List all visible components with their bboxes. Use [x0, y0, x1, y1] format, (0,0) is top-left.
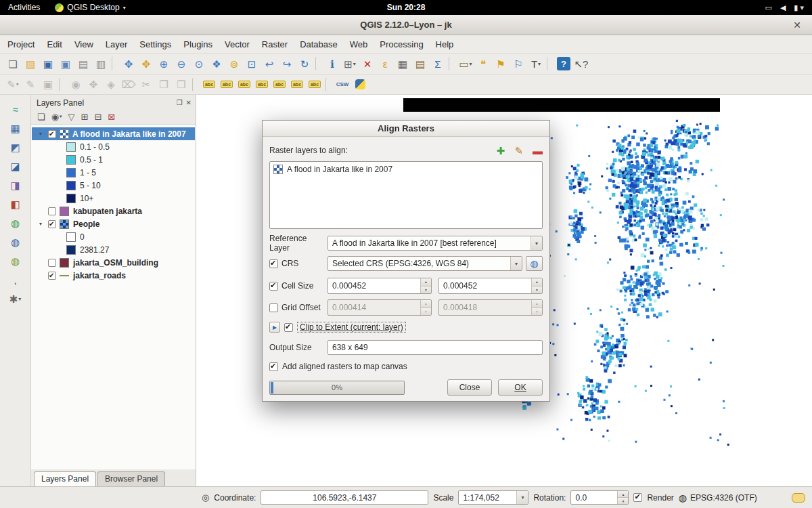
- layer-row[interactable]: ▾ A flood in Jakarta like in 2007: [32, 127, 195, 140]
- delete-selected-button[interactable]: ⌦ ▾: [120, 77, 137, 93]
- layer-row[interactable]: ▾ 10+: [32, 192, 195, 205]
- chevron-down-icon[interactable]: ▾: [510, 257, 522, 270]
- zoom-in-button[interactable]: ⊕ ▾: [155, 56, 173, 72]
- layer-visibility-checkbox[interactable]: [48, 272, 56, 280]
- add-feature-button[interactable]: ◉ ▾: [67, 77, 85, 93]
- close-button[interactable]: Close: [447, 379, 492, 396]
- toolbar-button[interactable]: ▾: [59, 78, 65, 91]
- menu-item[interactable]: Raster: [256, 37, 294, 51]
- crs-select[interactable]: Selected CRS (EPSG:4326, WGS 84) ▾: [328, 256, 522, 271]
- layer-visibility-checkbox[interactable]: [48, 207, 56, 215]
- app-menu-button[interactable]: QGIS Desktop ▾: [48, 3, 132, 12]
- layer-labeling-button[interactable]: abc ▾: [200, 77, 218, 93]
- clip-extent-label[interactable]: Clip to Extent (current: layer): [297, 322, 406, 333]
- label-add-button[interactable]: abc ▾: [218, 77, 235, 93]
- spinner-arrows[interactable]: ▲▼: [420, 278, 431, 293]
- close-panel-icon[interactable]: ✕: [186, 99, 191, 106]
- spinner-arrows[interactable]: ▲▼: [617, 491, 628, 504]
- add-oracle-layer-button[interactable]: ◧ ▾: [7, 196, 24, 211]
- save-project-as-button[interactable]: ▣ ▾: [57, 56, 74, 72]
- help-button[interactable]: ? ▾: [557, 57, 570, 70]
- add-raster-icon[interactable]: ✚: [497, 146, 505, 156]
- add-mssql-layer-button[interactable]: ◨ ▾: [7, 177, 24, 192]
- raster-layers-list[interactable]: A flood in Jakarta like in 2007: [269, 161, 543, 229]
- remove-raster-icon[interactable]: ▬: [533, 146, 543, 156]
- filter-legend-icon[interactable]: ▽ ▾: [68, 112, 75, 122]
- add-wcs-layer-button[interactable]: ◍ ▾: [7, 234, 24, 249]
- layer-visibility-checkbox[interactable]: [48, 259, 56, 267]
- crs-status-button[interactable]: ◍ EPSG:4326 (OTF): [679, 493, 757, 503]
- layer-visibility-checkbox[interactable]: [48, 130, 56, 138]
- save-layer-edits-button[interactable]: ▣ ▾: [39, 77, 57, 93]
- menu-item[interactable]: Database: [294, 37, 344, 51]
- raster-list-item[interactable]: A flood in Jakarta like in 2007: [270, 162, 542, 177]
- volume-icon[interactable]: ◀: [780, 3, 786, 12]
- menu-item[interactable]: Web: [344, 37, 374, 51]
- python-console-button[interactable]: ▾: [351, 77, 369, 93]
- zoom-next-button[interactable]: ↪ ▾: [278, 56, 296, 72]
- layer-row[interactable]: ▾ 1 - 5: [32, 166, 195, 179]
- menu-item[interactable]: Processing: [374, 37, 429, 51]
- collapse-all-icon[interactable]: ⊟ ▾: [94, 112, 102, 122]
- toolbar-button[interactable]: ▾: [112, 57, 118, 70]
- composer-manager-button[interactable]: ▥ ▾: [92, 56, 110, 72]
- label-move-button[interactable]: abc ▾: [235, 77, 253, 93]
- label-properties-button[interactable]: abc ▾: [306, 77, 323, 93]
- add-wfs-layer-button[interactable]: ◍ ▾: [7, 253, 24, 268]
- menu-item[interactable]: Edit: [41, 37, 68, 51]
- toolbar-button[interactable]: ▾: [315, 57, 321, 70]
- cut-features-button[interactable]: ✂ ▾: [137, 77, 155, 93]
- render-checkbox[interactable]: [633, 493, 642, 502]
- layer-row[interactable]: ▾ 0: [32, 230, 195, 243]
- grid-offset-checkbox[interactable]: [269, 303, 278, 312]
- undock-panel-icon[interactable]: ❐: [177, 99, 183, 106]
- zoom-to-selection-button[interactable]: ⊚ ▾: [225, 56, 243, 72]
- crs-picker-button[interactable]: ◍: [526, 256, 543, 271]
- add-delimited-text-layer-button[interactable]: , ▾: [7, 272, 24, 287]
- new-layer-button[interactable]: ✱ ▾: [7, 291, 24, 306]
- menu-item[interactable]: Settings: [133, 37, 177, 51]
- layer-row[interactable]: ▾ 2381.27: [32, 243, 195, 256]
- spinner-arrows[interactable]: ▲▼: [531, 278, 542, 293]
- whats-this-button[interactable]: ↖? ▾: [572, 56, 590, 72]
- layer-row[interactable]: ▾ jakarta_OSM_building: [32, 256, 195, 269]
- add-raster-layer-button[interactable]: ▦ ▾: [7, 121, 24, 135]
- layer-row[interactable]: ▾ 5 - 10: [32, 179, 195, 192]
- node-tool-button[interactable]: ◈ ▾: [102, 77, 120, 93]
- open-project-button[interactable]: ▨ ▾: [22, 56, 39, 72]
- current-edits-button[interactable]: ✎ ▾: [4, 77, 22, 93]
- label-rotate-button[interactable]: abc ▾: [253, 77, 271, 93]
- label-pin-button[interactable]: abc ▾: [271, 77, 288, 93]
- add-vector-layer-button[interactable]: ≈ ▾: [7, 102, 24, 117]
- toolbar-button[interactable]: ▾: [449, 57, 455, 70]
- new-project-button[interactable]: ❏ ▾: [4, 56, 22, 72]
- map-tips-button[interactable]: ❝ ▾: [474, 56, 492, 72]
- move-feature-button[interactable]: ✥ ▾: [85, 77, 102, 93]
- panel-tab[interactable]: Browser Panel: [97, 471, 165, 486]
- add-postgis-layer-button[interactable]: ◪ ▾: [7, 158, 24, 173]
- csw-search-button[interactable]: CSW ▾: [334, 77, 351, 93]
- expand-advanced-button[interactable]: ▶: [269, 322, 280, 333]
- crs-checkbox[interactable]: [269, 259, 278, 268]
- toggle-editing-button[interactable]: ✎ ▾: [22, 77, 39, 93]
- dialog-title-bar[interactable]: Align Rasters: [263, 121, 549, 137]
- expand-all-icon[interactable]: ⊞ ▾: [81, 112, 89, 122]
- screen-share-icon[interactable]: ▭: [765, 3, 771, 12]
- new-composer-button[interactable]: ▤ ▾: [74, 56, 92, 72]
- expander-icon[interactable]: ▾: [39, 221, 48, 227]
- edit-raster-icon[interactable]: ✎: [514, 146, 523, 156]
- toolbar-button[interactable]: ▾: [325, 78, 332, 91]
- measure-button[interactable]: ▭ ▾: [457, 56, 474, 72]
- deselect-features-button[interactable]: ✕ ▾: [359, 56, 376, 72]
- menu-item[interactable]: View: [68, 37, 99, 51]
- add-to-canvas-checkbox[interactable]: [269, 362, 278, 371]
- chevron-down-icon[interactable]: ▾: [531, 236, 542, 250]
- layer-visibility-checkbox[interactable]: [48, 220, 56, 228]
- reference-layer-select[interactable]: A flood in Jakarta like in 2007 [best re…: [328, 236, 543, 251]
- chevron-down-icon[interactable]: ▾: [516, 491, 528, 504]
- menu-item[interactable]: Help: [430, 37, 460, 51]
- zoom-native-button[interactable]: ⊙ ▾: [190, 56, 208, 72]
- select-features-button[interactable]: ⊞ ▾: [341, 56, 359, 72]
- zoom-last-button[interactable]: ↩ ▾: [261, 56, 278, 72]
- cell-size-x-input[interactable]: 0.000452 ▲▼: [328, 278, 432, 294]
